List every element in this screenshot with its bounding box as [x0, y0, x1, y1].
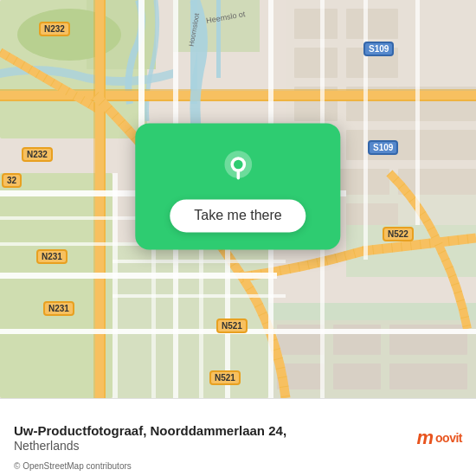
road-badge-n231-2: N231 — [43, 301, 74, 316]
map-container: N232 N232 32 N231 N231 N521 N521 N522 S1… — [0, 0, 476, 398]
svg-rect-40 — [0, 273, 277, 279]
svg-rect-10 — [216, 0, 221, 78]
svg-rect-12 — [294, 9, 338, 39]
svg-rect-35 — [0, 100, 476, 101]
osm-text: © OpenStreetMap contributors — [14, 461, 132, 471]
moovit-m-letter: m — [416, 427, 434, 449]
svg-rect-47 — [363, 0, 368, 260]
svg-rect-48 — [415, 0, 420, 225]
svg-rect-53 — [113, 173, 118, 398]
info-text: Uw-Productfotograaf, Noorddammerlaan 24,… — [14, 422, 402, 453]
svg-rect-21 — [398, 130, 476, 160]
location-title: Uw-Productfotograaf, Noorddammerlaan 24, — [14, 422, 402, 440]
road-badge-n522: N522 — [383, 227, 414, 241]
svg-rect-37 — [93, 0, 95, 398]
svg-rect-38 — [104, 0, 106, 398]
take-me-there-button[interactable]: Take me there — [170, 199, 306, 232]
road-badge-32: 32 — [2, 173, 22, 188]
location-subtitle: Netherlands — [14, 439, 402, 453]
road-badge-n232-1: N232 — [39, 22, 70, 36]
svg-rect-13 — [346, 9, 398, 39]
moovit-wordmark: oovit — [435, 431, 462, 445]
svg-rect-14 — [294, 48, 338, 78]
svg-point-58 — [234, 160, 243, 170]
road-badge-n231-1: N231 — [36, 249, 68, 264]
info-bar: Uw-Productfotograaf, Noorddammerlaan 24,… — [0, 398, 476, 476]
svg-rect-25 — [346, 203, 398, 225]
road-badge-s109-1: S109 — [363, 42, 394, 56]
svg-rect-31 — [333, 363, 381, 389]
map-popup: Take me there — [135, 123, 340, 249]
svg-rect-32 — [389, 363, 467, 389]
road-badge-s109-2: S109 — [368, 140, 398, 155]
road-badge-n232-2: N232 — [22, 147, 53, 162]
location-pin-icon — [219, 149, 257, 187]
road-badge-n521-1: N521 — [216, 318, 248, 333]
osm-credit: © OpenStreetMap contributors — [14, 461, 132, 471]
road-badge-n521-2: N521 — [209, 370, 241, 385]
moovit-logo: m oovit — [416, 427, 462, 449]
